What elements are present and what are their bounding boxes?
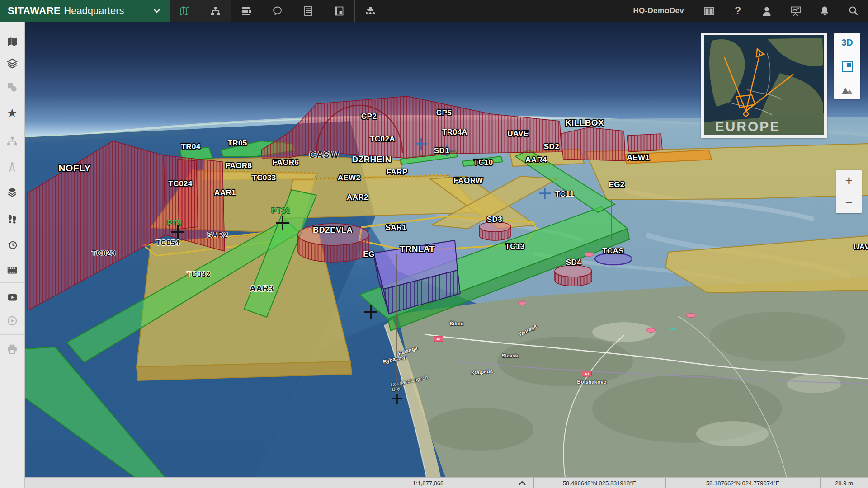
reports-icon[interactable] [293,0,324,22]
sidebar-divider [0,334,24,335]
track-list-icon[interactable] [231,0,262,22]
sidebar-favorites-icon[interactable]: ★ [3,104,21,122]
session-label: HQ-DemoDev [633,6,684,15]
chat-icon[interactable] [262,0,293,22]
overview-toggle-icon[interactable] [842,61,853,72]
map-scale[interactable]: 1:1,877,068 [338,478,519,488]
user-icon[interactable] [752,0,781,22]
status-bar: 1:1,877,068 58.486648°N 025.231918°E 58.… [25,477,868,488]
sidebar-layers-icon[interactable] [3,55,21,73]
sidebar-measure-compass-icon[interactable] [3,158,21,176]
org-chart-icon[interactable] [200,0,231,22]
scale-expand-button[interactable] [511,478,533,488]
layout-panels-icon[interactable] [694,0,723,22]
app-menu[interactable]: SITAWARE Headquarters [0,0,170,22]
naval-group [355,0,386,22]
sidebar-tracks-footprints-icon[interactable] [3,210,21,228]
app-window: SITAWARE Headquarters [0,0,868,488]
help-icon[interactable]: ? [723,0,752,22]
zoom-in-button[interactable]: + [836,170,862,192]
zoom-out-button[interactable]: − [836,192,862,213]
el evation-readout: 28.9 m [820,478,868,488]
overview-map[interactable]: EUROPE [701,33,827,138]
sidebar-divider [0,155,24,155]
mode-3d-button[interactable]: 3D [841,38,853,48]
map-scale-value: 1:1,877,068 [413,480,444,487]
sidebar-map-icon[interactable] [3,32,21,50]
zoom-controls: + − [836,170,862,213]
sidebar-replay-icon[interactable] [3,312,21,330]
sidebar-org-chart-icon[interactable] [3,132,21,150]
terrain-icon[interactable] [841,85,854,94]
naval-ship-icon[interactable] [355,0,386,22]
left-toolbar: ★ [0,22,25,488]
sidebar-playback-icon[interactable] [3,288,21,306]
sidebar-divider [0,282,24,283]
product-name: Headquarters [64,5,124,17]
view-switch-group [170,0,231,22]
topbar-right: HQ-DemoDev ? [633,0,868,22]
reader-panel-icon[interactable] [324,0,354,22]
map-viewport[interactable]: NOFLYTR04TR05FAOR8FAOR6CASWDZRHEINCP2TC0… [25,22,868,477]
sidebar-overlay-plans-icon[interactable] [3,183,21,202]
sidebar-draw-shapes-icon[interactable] [3,78,21,96]
chevron-down-icon[interactable] [153,9,160,14]
briefing-screen-icon[interactable] [781,0,810,22]
brand-name: SITAWARE [8,5,61,17]
center-coordinates: 58.187662°N 024.779074°E [665,478,820,488]
sidebar-divider [0,181,24,181]
sidebar-history-icon[interactable] [3,236,21,254]
tool-group [231,0,354,22]
sidebar-print-icon[interactable] [3,340,21,358]
top-bar: SITAWARE Headquarters [0,0,868,22]
chevron-up-icon [518,481,526,486]
overview-map-image: EUROPE [704,35,824,135]
search-icon[interactable] [839,0,868,22]
map-view-icon[interactable] [170,0,200,22]
notifications-icon[interactable] [810,0,839,22]
view-controls-panel: 3D [834,33,860,99]
cursor-coordinates: 58.486648°N 025.231918°E [533,478,665,488]
sidebar-filmstrip-icon[interactable] [3,261,21,279]
overview-region-label: EUROPE [715,119,781,134]
